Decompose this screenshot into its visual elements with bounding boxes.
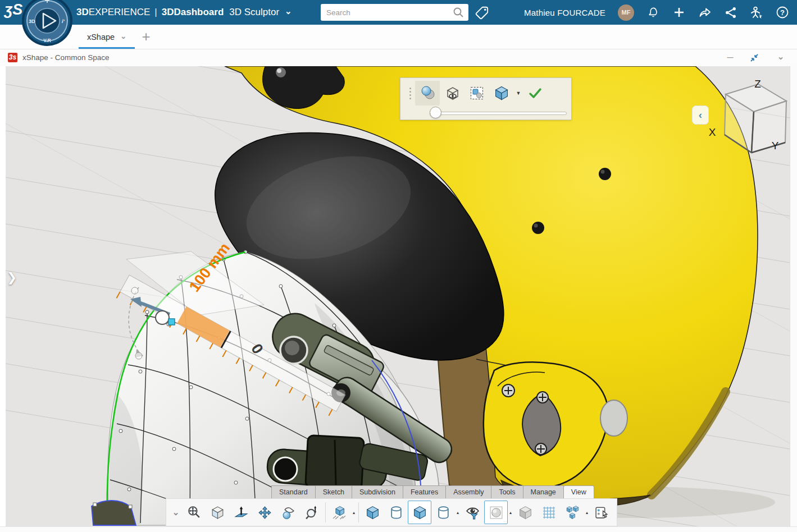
3d-viewport[interactable]: 0 100 mm Z X [6, 66, 790, 526]
xshape-app-icon: 3s [8, 53, 17, 62]
add-content-icon[interactable] [672, 6, 686, 19]
slider-thumb[interactable] [430, 107, 441, 118]
app-header: 3s xShape - Common Space – ⌄ [0, 49, 797, 66]
cylinder-options-caret-icon[interactable]: ▴ [455, 510, 461, 515]
axis-y-label: Y [772, 140, 779, 152]
render-style-button[interactable] [484, 501, 508, 524]
slider-track[interactable] [430, 112, 567, 115]
cube-options-button[interactable] [489, 81, 514, 106]
application-window: ʒS 3DEXPERIENCE|3DDashboard3D Sculptor⌄ … [0, 0, 797, 532]
hide-show-filter-button[interactable] [461, 501, 484, 524]
app-switch-chevron-icon[interactable]: ⌄ [285, 6, 292, 16]
fit-all-button[interactable] [182, 501, 206, 524]
ribbon-tab-standard[interactable]: Standard [271, 485, 315, 499]
scene-canvas[interactable]: 0 100 mm Z X [6, 66, 790, 526]
search-input[interactable] [321, 8, 453, 17]
3dexperience-compass[interactable]: 3D i' V.R [21, 0, 73, 47]
share-network-icon[interactable] [724, 6, 737, 19]
selection-set-button[interactable] [464, 81, 489, 106]
normal-to-button[interactable] [229, 501, 253, 524]
ground-shadow-caret-icon[interactable]: ▴ [351, 510, 357, 515]
ribbon-tab-view[interactable]: View [563, 485, 594, 499]
tab-chevron-icon[interactable]: ⌄ [120, 32, 126, 40]
axis-z-label: Z [754, 78, 761, 90]
notifications-bell-icon[interactable] [646, 6, 660, 19]
topbar-right-cluster: Mathieu FOURCADE MF ? [524, 0, 789, 25]
cube-options-caret-icon[interactable]: ▼ [514, 90, 523, 96]
app-name[interactable]: 3D Sculptor [229, 7, 279, 18]
wireframe-cylinder-button[interactable] [384, 501, 408, 524]
top-bar: ʒS 3DEXPERIENCE|3DDashboard3D Sculptor⌄ … [0, 0, 797, 25]
active-tab-underline [79, 47, 135, 49]
no-edges-button[interactable] [513, 501, 537, 524]
app-header-chevron-icon[interactable]: ⌄ [774, 52, 787, 65]
help-icon[interactable]: ? [776, 6, 789, 19]
expand-left-panel-button[interactable]: ❯ [7, 270, 17, 285]
ruler-handle-circle[interactable] [156, 311, 169, 324]
ribbon-tab-features[interactable]: Features [403, 485, 445, 499]
view-toolbar: ⌄ ▴ [166, 498, 617, 526]
avatar[interactable]: MF [618, 4, 634, 21]
compass-west-label: 3D [29, 19, 35, 24]
tab-xshape[interactable]: xShape ⌄ [79, 25, 135, 49]
ribbon-tab-bar: Standard Sketch Subdivision Features Ass… [271, 485, 594, 499]
search-box[interactable] [321, 4, 468, 21]
shaded-with-edges-button[interactable] [408, 501, 431, 524]
tag-icon[interactable] [475, 5, 489, 20]
ribbon-tab-sketch[interactable]: Sketch [315, 485, 352, 499]
ruler-handle-square[interactable] [168, 319, 175, 325]
context-slider[interactable] [430, 108, 567, 117]
right-frame-strip [790, 66, 797, 532]
object-selection-button[interactable] [590, 501, 613, 524]
minimize-button[interactable]: – [723, 51, 737, 64]
zoom-button[interactable] [300, 501, 324, 524]
context-toolbar: ▼ [400, 77, 572, 120]
look-at-button[interactable] [206, 501, 229, 524]
shaded-spheres-button[interactable] [415, 81, 440, 106]
exploded-view-button[interactable] [561, 501, 584, 524]
restore-window-button[interactable] [749, 53, 759, 63]
ribbon-tab-subdivision[interactable]: Subdivision [352, 485, 403, 499]
ribbon-tab-assembly[interactable]: Assembly [445, 485, 491, 499]
toolbar-drag-handle-icon[interactable] [405, 88, 415, 99]
brand-separator: | [154, 7, 157, 18]
ribbon-tab-tools[interactable]: Tools [491, 485, 522, 499]
brand-3d: 3D [76, 7, 89, 18]
toolbar-separator [358, 502, 359, 522]
search-icon[interactable] [453, 7, 464, 18]
brand-dashboard: 3DDashboard [162, 7, 224, 18]
shaded-button[interactable] [361, 501, 384, 524]
accept-button[interactable] [523, 81, 548, 106]
new-tab-button[interactable]: + [138, 29, 154, 45]
work-grid-button[interactable] [537, 501, 561, 524]
platform-title: 3DEXPERIENCE|3DDashboard3D Sculptor⌄ [76, 0, 292, 25]
pan-button[interactable] [253, 501, 276, 524]
rotate-button[interactable] [276, 501, 300, 524]
ground-shadow-button[interactable] [327, 501, 351, 524]
workspace-tab-bar: xShape ⌄ + [0, 25, 797, 49]
axis-x-label: X [709, 126, 716, 138]
user-name[interactable]: Mathieu FOURCADE [524, 8, 605, 17]
svg-text:?: ? [780, 8, 785, 17]
compass-south-label: V.R [43, 38, 51, 43]
share-icon[interactable] [698, 6, 712, 19]
render-style-caret-icon[interactable]: ▴ [508, 510, 513, 515]
wireframe-eye-button[interactable] [440, 81, 464, 106]
ribbon-tab-manage[interactable]: Manage [523, 485, 563, 499]
toolbar-collapse-icon[interactable]: ⌄ [170, 501, 182, 524]
brand-experience: EXPERIENCE [89, 7, 151, 18]
tab-xshape-label: xShape [87, 33, 115, 42]
collapse-right-panel-button[interactable]: ‹ [692, 106, 709, 125]
app-title: xShape - Common Space [22, 53, 110, 62]
toolbar-separator [325, 502, 326, 522]
exploded-view-caret-icon[interactable]: ▴ [584, 510, 590, 515]
cylinder-options-button[interactable] [431, 501, 455, 524]
bottom-frame-strip [0, 526, 797, 532]
communities-person-icon[interactable] [750, 6, 763, 19]
